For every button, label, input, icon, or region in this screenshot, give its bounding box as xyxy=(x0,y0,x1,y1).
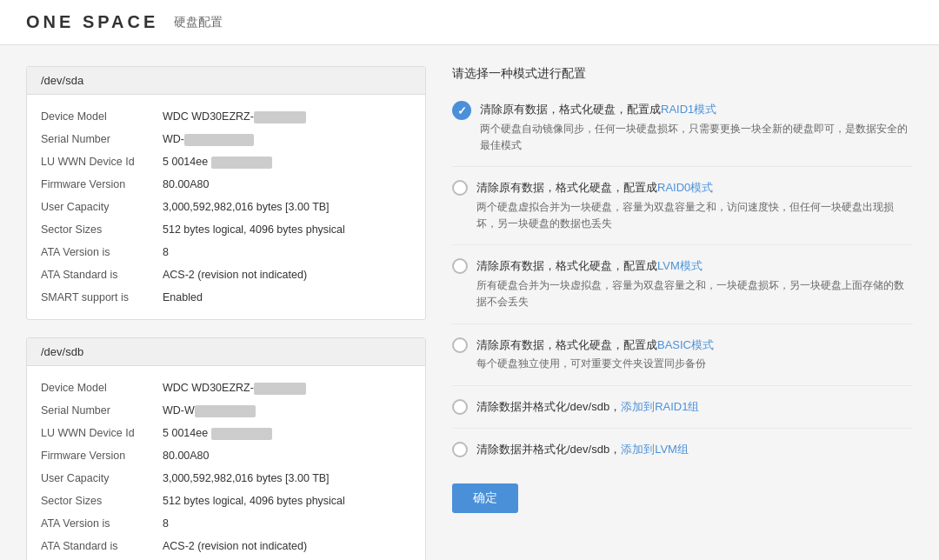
table-row: ATA Version is 8 xyxy=(41,512,411,535)
table-row: Device Model WDC WD30EZRZ- xyxy=(41,105,411,128)
radio-unchecked-icon[interactable] xyxy=(452,399,468,415)
page-title: 硬盘配置 xyxy=(174,15,223,30)
table-row: Firmware Version 80.00A80 xyxy=(41,173,411,196)
table-row: Device Model WDC WD30EZRZ- xyxy=(41,377,411,399)
option-text: 清除原有数据，格式化硬盘，配置成BASIC模式 每个硬盘独立使用，可对重要文件夹… xyxy=(476,337,913,373)
option-lvm[interactable]: 清除原有数据，格式化硬盘，配置成LVM模式 所有硬盘合并为一块虚拟盘，容量为双盘… xyxy=(452,252,913,316)
option-basic[interactable]: 清除原有数据，格式化硬盘，配置成BASIC模式 每个硬盘独立使用，可对重要文件夹… xyxy=(452,331,913,378)
table-row: Serial Number WD-W xyxy=(41,399,411,422)
disk-sdb-header: /dev/sdb xyxy=(27,338,425,366)
app-logo: ONE SPACE xyxy=(26,12,158,32)
option-add-lvm[interactable]: 清除数据并格式化/dev/sdb，添加到LVM组 xyxy=(452,436,913,464)
table-row: ATA Standard is ACS-2 (revision not indi… xyxy=(41,263,411,286)
table-row: Sector Sizes 512 bytes logical, 4096 byt… xyxy=(41,218,411,241)
app-header: ONE SPACE 硬盘配置 xyxy=(0,0,939,45)
config-panel: 请选择一种模式进行配置 清除原有数据，格式化硬盘，配置成RAID1模式 两个硬盘… xyxy=(452,66,913,560)
option-row[interactable]: 清除原有数据，格式化硬盘，配置成BASIC模式 每个硬盘独立使用，可对重要文件夹… xyxy=(452,331,913,378)
option-text: 清除原有数据，格式化硬盘，配置成LVM模式 所有硬盘合并为一块虚拟盘，容量为双盘… xyxy=(476,257,913,310)
config-panel-title: 请选择一种模式进行配置 xyxy=(452,66,913,82)
option-label: 清除原有数据，格式化硬盘，配置成BASIC模式 xyxy=(476,337,913,355)
option-row[interactable]: 清除数据并格式化/dev/sdb，添加到LVM组 xyxy=(452,436,913,464)
option-raid0[interactable]: 清除原有数据，格式化硬盘，配置成RAID0模式 两个硬盘虚拟合并为一块硬盘，容量… xyxy=(452,174,913,237)
option-raid1[interactable]: 清除原有数据，格式化硬盘，配置成RAID1模式 两个硬盘自动镜像同步，任何一块硬… xyxy=(452,96,913,159)
table-row: ATA Standard is ACS-2 (revision not indi… xyxy=(41,535,411,557)
option-add-raid1[interactable]: 清除数据并格式化/dev/sdb，添加到RAID1组 xyxy=(452,393,913,422)
divider xyxy=(452,166,913,167)
divider xyxy=(452,385,913,386)
divider xyxy=(452,323,913,324)
table-row: SMART support is Enabled xyxy=(41,286,411,309)
disk-info-panel: /dev/sda Device Model WDC WD30EZRZ- Seri… xyxy=(26,66,426,560)
radio-checked-icon[interactable] xyxy=(452,101,471,120)
table-row: ATA Version is 8 xyxy=(41,241,411,263)
disk-sdb-card: /dev/sdb Device Model WDC WD30EZRZ- Seri… xyxy=(26,337,426,560)
main-content: /dev/sda Device Model WDC WD30EZRZ- Seri… xyxy=(0,45,939,560)
option-label: 清除原有数据，格式化硬盘，配置成LVM模式 xyxy=(476,257,913,276)
option-text: 清除数据并格式化/dev/sdb，添加到RAID1组 xyxy=(476,398,913,417)
option-desc: 所有硬盘合并为一块虚拟盘，容量为双盘容量之和，一块硬盘损坏，另一块硬盘上面存储的… xyxy=(476,277,913,310)
option-label: 清除数据并格式化/dev/sdb，添加到RAID1组 xyxy=(476,398,913,417)
option-row[interactable]: 清除原有数据，格式化硬盘，配置成RAID1模式 两个硬盘自动镜像同步，任何一块硬… xyxy=(452,96,913,159)
table-row: LU WWN Device Id 5 0014ee xyxy=(41,150,411,173)
divider xyxy=(452,428,913,429)
option-desc: 两个硬盘虚拟合并为一块硬盘，容量为双盘容量之和，访问速度快，但任何一块硬盘出现损… xyxy=(476,199,913,232)
option-text: 清除原有数据，格式化硬盘，配置成RAID0模式 两个硬盘虚拟合并为一块硬盘，容量… xyxy=(476,179,913,232)
option-desc: 每个硬盘独立使用，可对重要文件夹设置同步备份 xyxy=(476,356,913,372)
table-row: Serial Number WD- xyxy=(41,128,411,150)
table-row: Sector Sizes 512 bytes logical, 4096 byt… xyxy=(41,490,411,512)
option-label: 清除数据并格式化/dev/sdb，添加到LVM组 xyxy=(476,441,913,459)
divider xyxy=(452,244,913,245)
option-text: 清除原有数据，格式化硬盘，配置成RAID1模式 两个硬盘自动镜像同步，任何一块硬… xyxy=(480,101,913,154)
table-row: LU WWN Device Id 5 0014ee xyxy=(41,422,411,444)
option-label: 清除原有数据，格式化硬盘，配置成RAID1模式 xyxy=(480,101,913,119)
option-desc: 两个硬盘自动镜像同步，任何一块硬盘损坏，只需要更换一块全新的硬盘即可，是数据安全… xyxy=(480,121,913,154)
option-row[interactable]: 清除原有数据，格式化硬盘，配置成RAID0模式 两个硬盘虚拟合并为一块硬盘，容量… xyxy=(452,174,913,237)
radio-unchecked-icon[interactable] xyxy=(452,442,468,457)
radio-unchecked-icon[interactable] xyxy=(452,180,468,196)
option-text: 清除数据并格式化/dev/sdb，添加到LVM组 xyxy=(476,441,913,459)
disk-sda-card: /dev/sda Device Model WDC WD30EZRZ- Seri… xyxy=(26,66,426,320)
option-row[interactable]: 清除数据并格式化/dev/sdb，添加到RAID1组 xyxy=(452,393,913,422)
radio-unchecked-icon[interactable] xyxy=(452,258,468,274)
radio-unchecked-icon[interactable] xyxy=(452,337,468,353)
disk-sda-header: /dev/sda xyxy=(27,67,425,95)
table-row: User Capacity 3,000,592,982,016 bytes [3… xyxy=(41,196,411,218)
table-row: User Capacity 3,000,592,982,016 bytes [3… xyxy=(41,467,411,490)
option-label: 清除原有数据，格式化硬盘，配置成RAID0模式 xyxy=(476,179,913,197)
confirm-button[interactable]: 确定 xyxy=(452,483,518,513)
table-row: Firmware Version 80.00A80 xyxy=(41,444,411,467)
disk-sda-body: Device Model WDC WD30EZRZ- Serial Number… xyxy=(27,95,425,319)
option-row[interactable]: 清除原有数据，格式化硬盘，配置成LVM模式 所有硬盘合并为一块虚拟盘，容量为双盘… xyxy=(452,252,913,316)
disk-sdb-body: Device Model WDC WD30EZRZ- Serial Number… xyxy=(27,366,425,560)
